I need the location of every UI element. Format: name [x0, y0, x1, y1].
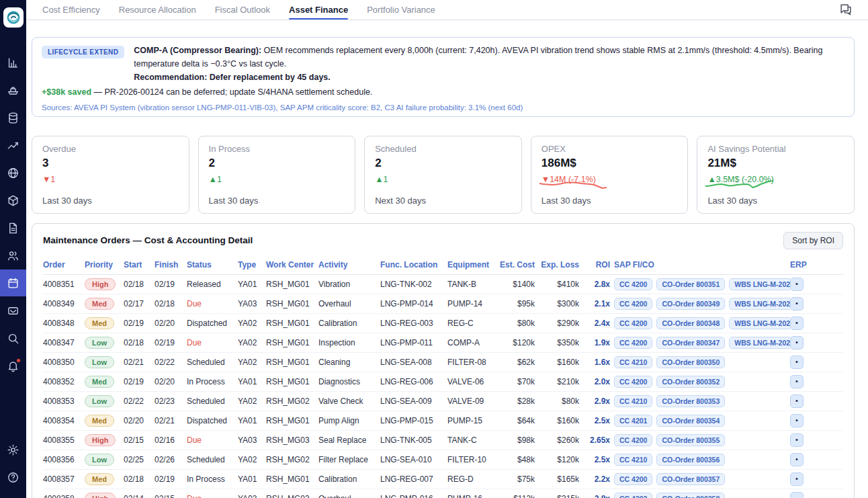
table-row[interactable]: 4008355High02/1502/16DueYA03RSH_MG03Seal…	[43, 431, 843, 450]
cc-chip[interactable]: CC 4210	[614, 454, 652, 466]
table-row[interactable]: 4008348Med02/1902/20DispatchedYA02RSH_MG…	[43, 314, 843, 333]
co-order-chip[interactable]: CO-Order 800348	[656, 317, 725, 329]
column-header-start[interactable]: Start	[124, 260, 155, 269]
sidebar-item-team[interactable]	[0, 242, 26, 269]
sidebar-item-fleet[interactable]	[0, 77, 26, 103]
co-order-chip[interactable]: CO-Order 800356	[656, 454, 725, 466]
sidebar-item-search[interactable]	[0, 325, 26, 351]
work-center-cell: RSH_MG01	[266, 299, 318, 308]
cc-chip[interactable]: CC 4201	[614, 415, 652, 427]
table-row[interactable]: 4008358High02/1402/15DueYA03RSH_MG03Over…	[43, 489, 843, 498]
column-header-status[interactable]: Status	[187, 260, 238, 269]
column-header-equipment[interactable]: Equipment	[447, 260, 500, 269]
column-header-type[interactable]: Type	[238, 260, 266, 269]
table-row[interactable]: 4008352Med02/1902/20In ProcessYA01RSH_MG…	[43, 372, 843, 392]
cc-chip[interactable]: CC 4200	[614, 278, 652, 290]
tab-resource-allocation[interactable]: Resource Allocation	[119, 0, 196, 19]
co-order-chip[interactable]: CO-Order 800351	[656, 278, 725, 290]
wbs-chip[interactable]: WBS LNG-M-2026	[729, 298, 790, 310]
sidebar-item-trends[interactable]	[0, 132, 26, 159]
erp-button[interactable]: •	[790, 433, 804, 447]
sidebar-item-settings[interactable]	[0, 436, 26, 463]
erp-button[interactable]: •	[790, 317, 804, 330]
cc-chip[interactable]: CC 4200	[614, 473, 652, 485]
sidebar-item-assets[interactable]	[0, 187, 26, 214]
sidebar-item-schedule[interactable]	[0, 269, 26, 296]
column-header-sap-fi-co[interactable]: SAP FI/CO	[614, 260, 790, 269]
tab-cost-efficiency[interactable]: Cost Efficiency	[42, 0, 100, 19]
co-order-chip[interactable]: CO-Order 800353	[656, 395, 725, 407]
cc-chip[interactable]: CC 4210	[614, 356, 652, 368]
table-row[interactable]: 4008357Med02/1802/19In ProcessYA01RSH_MG…	[43, 470, 843, 489]
co-order-chip[interactable]: CO-Order 800350	[656, 356, 725, 368]
messages-icon[interactable]	[838, 3, 853, 17]
tab-asset-finance[interactable]: Asset Finance	[289, 0, 348, 19]
table-row[interactable]: 4008347Low02/1802/19DueYA02RSH_MG01Inspe…	[43, 333, 843, 353]
column-header-exp-loss[interactable]: Exp. Loss	[539, 260, 583, 269]
app-logo[interactable]	[3, 7, 24, 28]
column-header-work-center[interactable]: Work Center	[266, 260, 318, 269]
cc-chip[interactable]: CC 4200	[614, 298, 652, 310]
erp-button[interactable]: •	[790, 336, 804, 349]
co-order-chip[interactable]: CO-Order 800347	[656, 337, 725, 349]
erp-button[interactable]: •	[790, 492, 804, 498]
table-row[interactable]: 4008351High02/1802/19ReleasedYA01RSH_MG0…	[43, 275, 843, 294]
column-header-finish[interactable]: Finish	[155, 260, 187, 269]
erp-button[interactable]: •	[790, 375, 804, 388]
co-order-chip[interactable]: CO-Order 800355	[656, 434, 725, 446]
cc-chip[interactable]: CC 4202	[614, 493, 652, 498]
column-header-erp[interactable]: ERP	[790, 260, 843, 269]
sidebar-item-global[interactable]	[0, 159, 26, 186]
cc-chip[interactable]: CC 4200	[614, 376, 652, 388]
cc-chip[interactable]: CC 4210	[614, 395, 652, 407]
erp-button[interactable]: •	[790, 453, 804, 466]
table-row[interactable]: 4008349Med02/1702/18DueYA03RSH_MG01Overh…	[43, 294, 843, 314]
table-row[interactable]: 4008356Low02/2502/26ScheduledYA02RSH_MG0…	[43, 450, 843, 470]
cc-chip[interactable]: CC 4200	[614, 434, 652, 446]
erp-button[interactable]: •	[790, 297, 804, 310]
start-cell: 02/21	[124, 358, 155, 367]
co-order-chip[interactable]: CO-Order 800352	[656, 376, 725, 388]
co-order-chip[interactable]: CO-Order 800357	[656, 473, 725, 485]
panel-header: Maintenance Orders — Cost & Accounting D…	[32, 224, 854, 256]
sidebar-item-help[interactable]	[0, 464, 26, 491]
column-header-priority[interactable]: Priority	[85, 260, 124, 269]
func-location-cell: LNG-PMP-016	[380, 494, 447, 498]
erp-cell: •	[790, 356, 843, 369]
sidebar-item-documents[interactable]	[0, 214, 26, 241]
tab-portfolio-variance[interactable]: Portfolio Variance	[367, 0, 435, 19]
erp-cell: •	[790, 433, 843, 447]
co-order-chip[interactable]: CO-Order 800358	[656, 493, 725, 498]
erp-button[interactable]: •	[790, 472, 804, 486]
table-row[interactable]: 4008350Low02/2102/22ScheduledYA02RSH_MG0…	[43, 353, 843, 372]
tab-fiscal-outlook[interactable]: Fiscal Outlook	[215, 0, 270, 19]
cc-chip[interactable]: CC 4200	[614, 317, 652, 329]
sidebar-item-database[interactable]	[0, 104, 26, 131]
table-row[interactable]: 4008354Med02/2002/21DispatchedYA01RSH_MG…	[43, 411, 843, 431]
column-header-order[interactable]: Order	[43, 260, 85, 269]
column-header-activity[interactable]: Activity	[318, 260, 380, 269]
erp-button[interactable]: •	[790, 395, 804, 408]
priority-badge: Low	[85, 395, 114, 407]
co-order-chip[interactable]: CO-Order 800349	[656, 298, 725, 310]
func-location-cell: LNG-SEA-010	[380, 455, 447, 464]
erp-button[interactable]: •	[790, 414, 804, 427]
erp-button[interactable]: •	[790, 356, 804, 369]
column-header-est-cost[interactable]: Est. Cost	[500, 260, 539, 269]
database-icon	[7, 112, 19, 124]
co-order-chip[interactable]: CO-Order 800354	[656, 415, 725, 427]
kpi-period: Last 30 days	[707, 196, 757, 206]
sidebar-item-inbox[interactable]	[0, 297, 26, 324]
sidebar-item-notifications[interactable]	[0, 352, 26, 379]
erp-button[interactable]: •	[790, 278, 804, 291]
table-row[interactable]: 4008353Low02/2202/23ScheduledYA02RSH_MG0…	[43, 392, 843, 411]
column-header-roi[interactable]: ROI	[583, 260, 614, 269]
wbs-chip[interactable]: WBS LNG-M-2026	[729, 278, 790, 290]
wbs-chip[interactable]: WBS LNG-M-2026	[729, 317, 790, 329]
sidebar-item-analytics[interactable]	[0, 49, 26, 76]
priority-badge: High	[85, 434, 116, 446]
sort-by-roi-button[interactable]: Sort by ROI	[783, 232, 843, 249]
wbs-chip[interactable]: WBS LNG-M-2026	[729, 337, 790, 349]
column-header-func-location[interactable]: Func. Location	[380, 260, 447, 269]
cc-chip[interactable]: CC 4200	[614, 337, 652, 349]
